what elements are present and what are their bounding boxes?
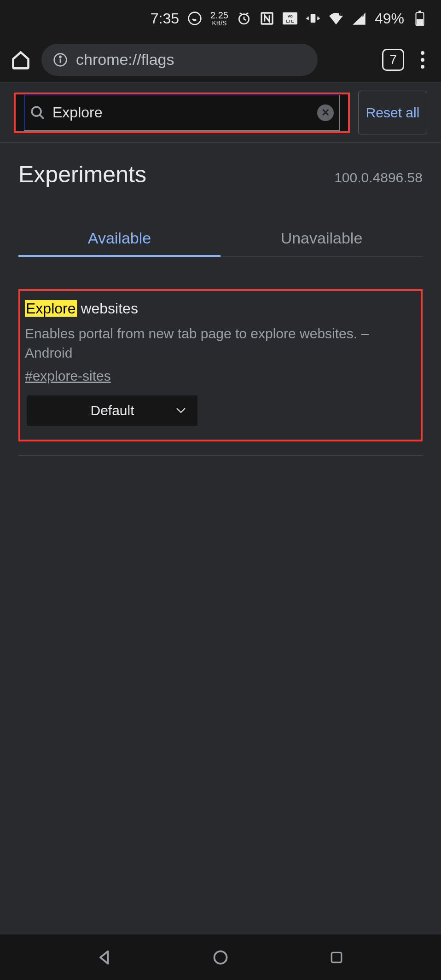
flag-state-select[interactable]: Default	[27, 395, 197, 426]
reset-all-button[interactable]: Reset all	[358, 91, 427, 134]
svg-rect-11	[418, 11, 421, 12]
search-icon	[30, 105, 46, 121]
flags-search-row: ✕ Reset all	[0, 83, 441, 143]
svg-point-0	[189, 12, 201, 25]
url-bar[interactable]: chrome://flags	[41, 44, 318, 76]
svg-rect-6	[311, 14, 316, 23]
flag-title: Explore websites	[25, 300, 416, 317]
flag-description: Enables portal from new tab page to expl…	[25, 324, 416, 363]
tab-available[interactable]: Available	[18, 220, 220, 256]
chrome-version: 100.0.4896.58	[334, 170, 423, 186]
search-box[interactable]: ✕	[24, 95, 340, 131]
svg-point-15	[59, 56, 61, 57]
chevron-down-icon	[176, 407, 186, 414]
svg-point-18	[215, 951, 227, 963]
android-status-bar: 7:35 2.25 KB/S VoLTE ! x 49%	[0, 0, 441, 37]
alarm-icon	[237, 11, 251, 26]
site-info-icon[interactable]	[53, 52, 68, 67]
page-title: Experiments	[18, 161, 146, 188]
flag-select-value: Default	[90, 403, 134, 418]
clear-search-button[interactable]: ✕	[317, 104, 334, 121]
wifi-icon: !	[329, 11, 343, 26]
svg-rect-19	[331, 952, 341, 962]
battery-icon	[412, 11, 427, 26]
signal-icon: x	[352, 11, 366, 26]
divider	[18, 455, 423, 456]
battery-percent: 49%	[375, 10, 404, 27]
svg-text:!: !	[340, 12, 342, 17]
whatsapp-icon	[187, 11, 202, 26]
overflow-menu-button[interactable]	[413, 48, 432, 71]
flag-anchor-link[interactable]: #explore-sites	[25, 368, 111, 384]
svg-text:Vo: Vo	[287, 13, 293, 18]
clock-text: 7:35	[151, 10, 179, 27]
data-rate-indicator: 2.25 KB/S	[210, 11, 228, 26]
volte-icon: VoLTE	[283, 11, 297, 26]
recents-button[interactable]	[325, 946, 348, 969]
flag-item-highlight: Explore websites Enables portal from new…	[18, 289, 423, 441]
search-box-highlight: ✕	[14, 93, 350, 133]
svg-point-16	[32, 107, 41, 116]
tabs: Available Unavailable	[18, 220, 423, 257]
home-button[interactable]	[9, 48, 32, 71]
svg-rect-12	[417, 19, 423, 25]
back-button[interactable]	[93, 946, 116, 969]
flags-content: Experiments 100.0.4896.58 Available Unav…	[0, 143, 441, 934]
search-highlight: Explore	[25, 300, 77, 317]
android-nav-bar	[0, 934, 441, 980]
search-input[interactable]	[52, 104, 310, 121]
home-nav-button[interactable]	[209, 946, 232, 969]
tab-switcher-button[interactable]: 7	[382, 49, 404, 71]
browser-toolbar: chrome://flags 7	[0, 37, 441, 83]
tab-unavailable[interactable]: Unavailable	[220, 220, 423, 256]
nfc-icon	[260, 11, 274, 26]
svg-text:LTE: LTE	[286, 18, 294, 23]
svg-text:x: x	[362, 12, 365, 17]
url-text: chrome://flags	[76, 51, 174, 69]
svg-line-17	[40, 115, 44, 119]
vibrate-icon	[306, 11, 320, 26]
